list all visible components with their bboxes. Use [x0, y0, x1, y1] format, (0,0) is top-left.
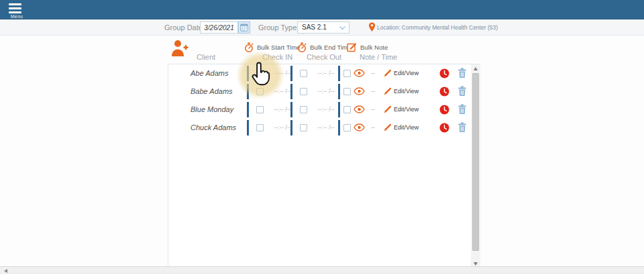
- bulk-end-time-label: Bulk End Time: [310, 44, 351, 51]
- check-out-checkbox[interactable]: [300, 70, 307, 77]
- note-checkbox[interactable]: [343, 106, 351, 113]
- menu-button[interactable]: Menu: [5, 1, 28, 19]
- eye-icon[interactable]: [354, 105, 365, 113]
- bulk-start-time-label: Bulk Start Time: [257, 44, 300, 51]
- note-placeholder: --: [368, 82, 378, 101]
- table-row: Blue Monday --:-- /-- --:-- /-- -- Edit/…: [168, 101, 472, 119]
- check-out-checkbox[interactable]: [300, 88, 307, 95]
- column-separator: [338, 84, 340, 99]
- check-out-time-placeholder: --:-- /--: [312, 82, 340, 101]
- horizontal-scrollbar[interactable]: [0, 266, 644, 274]
- client-name: Chuck Adams: [191, 119, 236, 137]
- column-separator: [338, 120, 340, 135]
- column-separator: [290, 66, 292, 81]
- column-header-check-in: Check IN: [262, 53, 292, 61]
- table-row: Abe Adams --:-- /-- --:-- /-- -- Edit/Vi…: [168, 64, 472, 82]
- calendar-button[interactable]: [238, 21, 250, 34]
- note-checkbox[interactable]: [343, 88, 351, 95]
- column-separator: [247, 66, 249, 81]
- scroll-left-button[interactable]: [2, 268, 9, 274]
- eye-icon[interactable]: [354, 87, 365, 95]
- column-separator: [247, 120, 249, 135]
- group-type-value: SAS 2.1: [302, 23, 327, 31]
- bulk-end-time-button[interactable]: Bulk End Time: [297, 42, 351, 52]
- column-separator: [247, 84, 249, 99]
- group-date-label: Group Date:: [164, 19, 205, 36]
- bulk-start-time-button[interactable]: Bulk Start Time: [244, 42, 300, 52]
- calendar-icon: [240, 23, 248, 32]
- check-in-checkbox[interactable]: [256, 70, 264, 77]
- eye-icon[interactable]: [354, 69, 365, 77]
- table-row: Chuck Adams --:-- /-- --:-- /-- -- Edit/…: [168, 119, 472, 137]
- column-separator: [338, 102, 340, 117]
- location-text: Location: Community Mental Health Center…: [377, 19, 498, 36]
- bulk-note-label: Bulk Note: [360, 44, 388, 51]
- triangle-left-icon: [4, 269, 7, 273]
- pencil-icon[interactable]: [384, 105, 392, 113]
- trash-icon[interactable]: [458, 68, 467, 78]
- column-separator: [290, 120, 292, 135]
- client-name: Abe Adams: [191, 64, 228, 82]
- note-checkbox[interactable]: [343, 124, 351, 131]
- note-checkbox[interactable]: [343, 70, 351, 77]
- edit-view-link[interactable]: Edit/View: [394, 64, 419, 82]
- column-separator: [247, 102, 249, 117]
- pencil-icon[interactable]: [384, 87, 392, 95]
- scrollbar-thumb[interactable]: [472, 73, 479, 251]
- vertical-scrollbar[interactable]: [471, 64, 480, 268]
- edit-view-link[interactable]: Edit/View: [394, 101, 419, 119]
- note-placeholder: --: [368, 119, 378, 137]
- column-separator: [338, 66, 340, 81]
- check-in-checkbox[interactable]: [256, 88, 264, 95]
- group-date-input[interactable]: [200, 21, 238, 34]
- client-name: Blue Monday: [191, 101, 233, 119]
- note-placeholder: --: [368, 64, 378, 82]
- app-window: Menu Group Date: Group Type: SAS 2.1: [0, 0, 644, 275]
- pencil-icon[interactable]: [384, 123, 392, 131]
- clock-icon[interactable]: [439, 123, 449, 133]
- triangle-down-icon: [474, 262, 478, 266]
- column-header-note-time: Note / Time: [360, 53, 397, 61]
- menu-label: Menu: [5, 14, 28, 19]
- check-in-checkbox[interactable]: [256, 106, 264, 113]
- edit-view-link[interactable]: Edit/View: [394, 82, 419, 101]
- top-nav-bar: Menu: [0, 0, 644, 19]
- table-rows: Abe Adams --:-- /-- --:-- /-- -- Edit/Vi…: [168, 64, 472, 137]
- column-header-check-out: Check Out: [307, 53, 341, 61]
- triangle-up-icon: [474, 67, 478, 70]
- pencil-icon[interactable]: [384, 69, 392, 77]
- check-out-time-placeholder: --:-- /--: [312, 119, 340, 137]
- stopwatch-icon: [297, 42, 307, 52]
- check-out-checkbox[interactable]: [300, 124, 307, 131]
- check-in-checkbox[interactable]: [256, 124, 264, 131]
- edit-view-link[interactable]: Edit/View: [394, 119, 419, 137]
- stopwatch-icon: [244, 42, 254, 52]
- clock-icon[interactable]: [439, 105, 449, 115]
- trash-icon[interactable]: [458, 122, 467, 133]
- clock-icon[interactable]: [439, 87, 449, 97]
- clock-icon[interactable]: [439, 68, 449, 78]
- check-out-checkbox[interactable]: [300, 106, 307, 113]
- toolbar: Group Date: Group Type: SAS 2.1: [0, 19, 644, 36]
- bulk-note-button[interactable]: Bulk Note: [347, 42, 388, 52]
- location-pin-icon: [368, 22, 376, 32]
- column-separator: [290, 84, 292, 99]
- group-type-select[interactable]: SAS 2.1: [297, 21, 350, 34]
- check-out-time-placeholder: --:-- /--: [312, 101, 340, 119]
- table-row: Babe Adams --:-- /-- --:-- /-- -- Edit/V…: [168, 82, 472, 101]
- client-table: Abe Adams --:-- /-- --:-- /-- -- Edit/Vi…: [168, 64, 480, 268]
- note-placeholder: --: [368, 101, 378, 119]
- add-client-button[interactable]: [169, 38, 189, 58]
- scroll-up-button[interactable]: [471, 64, 480, 72]
- chevron-down-icon: [339, 26, 345, 30]
- column-header-client: Client: [197, 53, 215, 61]
- person-add-icon: [169, 38, 189, 58]
- client-name: Babe Adams: [191, 82, 233, 101]
- eye-icon[interactable]: [354, 123, 365, 131]
- check-out-time-placeholder: --:-- /--: [312, 64, 340, 82]
- column-separator: [290, 102, 292, 117]
- note-edit-icon: [347, 42, 357, 52]
- trash-icon[interactable]: [458, 104, 467, 115]
- group-type-label: Group Type:: [258, 19, 299, 36]
- trash-icon[interactable]: [458, 86, 467, 97]
